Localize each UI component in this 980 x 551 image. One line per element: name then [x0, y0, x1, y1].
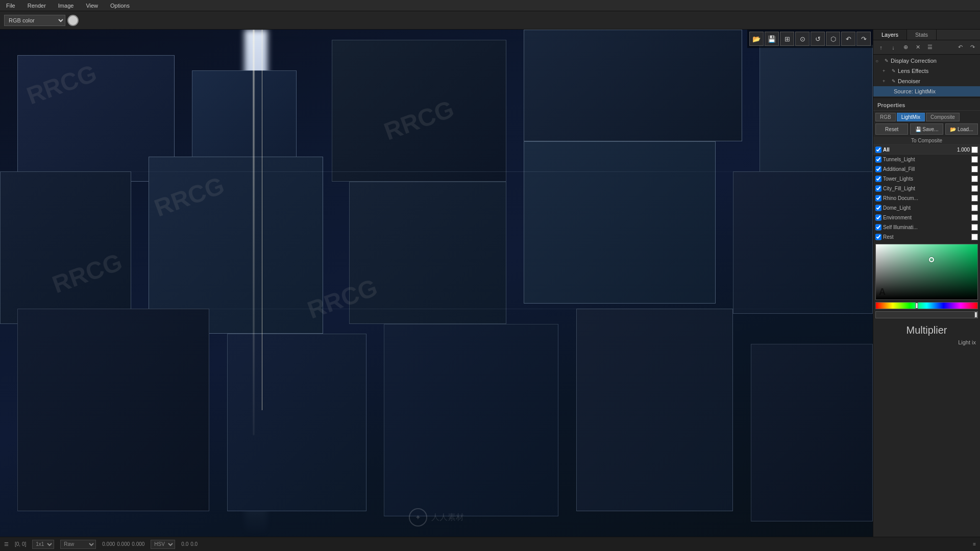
tab-stats[interactable]: Stats	[907, 30, 937, 40]
panel-tool-delete[interactable]: ✕	[912, 42, 923, 53]
all-swatch[interactable]	[971, 146, 978, 153]
rhino-swatch[interactable]	[971, 195, 978, 202]
menu-render[interactable]: Render	[26, 2, 48, 10]
city-fill-swatch[interactable]	[971, 185, 978, 192]
menu-bar: File Render Image View Options	[0, 0, 980, 11]
color-mode-select[interactable]: RGB color Luminance False Color	[4, 15, 65, 26]
to-composite-label: To Composite	[911, 138, 942, 143]
status-bar: ☰ [0, 0] 1x1 2x2 4x4 Raw Corrected 0.000…	[0, 537, 980, 551]
panel-tool-move-up[interactable]: ↑	[875, 42, 887, 53]
multiplier-label: Multiplier	[873, 320, 980, 338]
light-item-additional[interactable]: Additional_Fill	[873, 164, 980, 174]
env-swatch[interactable]	[971, 214, 978, 221]
vp-camera-icon[interactable]: ⊙	[795, 32, 810, 46]
self-illum-checkbox[interactable]	[875, 224, 881, 231]
rest-swatch[interactable]	[971, 234, 978, 240]
self-illum-swatch[interactable]	[971, 224, 978, 231]
prop-tab-composite[interactable]: Composite	[926, 113, 960, 121]
status-scale: 1x1 2x2 4x4	[32, 540, 54, 549]
additional-checkbox[interactable]	[875, 166, 881, 172]
tower-swatch[interactable]	[971, 176, 978, 182]
menu-view[interactable]: View	[84, 2, 100, 10]
alpha-slider[interactable]	[875, 311, 978, 318]
properties-section: Properties RGB LightMix Composite Reset …	[873, 98, 980, 537]
alpha-thumb	[975, 312, 977, 318]
rest-checkbox[interactable]	[875, 234, 881, 240]
reset-button[interactable]: Reset	[875, 123, 908, 135]
status-mode: Raw Corrected	[60, 540, 96, 549]
vp-layers-icon[interactable]: ⊞	[780, 32, 794, 46]
light-item-dome[interactable]: Dome_Light	[873, 203, 980, 213]
menu-image[interactable]: Image	[56, 2, 76, 10]
prop-actions: Reset 💾 Save... 📂 Load...	[873, 121, 980, 137]
scale-select[interactable]: 1x1 2x2 4x4	[32, 540, 54, 549]
rhino-checkbox[interactable]	[875, 195, 881, 202]
layer-denoiser[interactable]: + ✎ Denoiser	[873, 76, 980, 86]
vp-rotate-icon[interactable]: ↺	[811, 32, 825, 46]
vp-save-icon[interactable]: 💾	[765, 32, 779, 46]
light-item-city-fill[interactable]: City_Fill_Light	[873, 184, 980, 193]
all-checkbox[interactable]	[875, 146, 881, 153]
rhino-label: Rhino Docum...	[883, 195, 970, 201]
light-item-environment[interactable]: Environment	[873, 213, 980, 222]
env-label: Environment	[883, 215, 970, 220]
center-watermark: ✦ 人人素材	[409, 508, 464, 527]
light-item-tunnels[interactable]: Tunnels_Light	[873, 155, 980, 164]
hue-slider[interactable]	[875, 302, 978, 309]
vp-redo-icon[interactable]: ↷	[856, 32, 871, 46]
coords-label: [0, 0]	[15, 541, 26, 547]
layer-label-1: Lens Effects	[898, 68, 978, 74]
panel-tool-undo[interactable]: ↶	[954, 42, 966, 53]
tunnels-checkbox[interactable]	[875, 156, 881, 163]
panel-tabs: Layers Stats	[873, 30, 980, 40]
prop-tabs: RGB LightMix Composite	[873, 111, 980, 121]
mode-select[interactable]: Raw Corrected	[60, 540, 96, 549]
swatch-btn[interactable]	[67, 15, 79, 26]
panel-tool-menu[interactable]: ☰	[924, 42, 936, 53]
vp-open-icon[interactable]: 📂	[749, 32, 764, 46]
menu-options[interactable]: Options	[108, 2, 132, 10]
save-button[interactable]: 💾 Save...	[910, 123, 943, 135]
light-item-tower[interactable]: Tower_Lights	[873, 174, 980, 184]
tunnels-swatch[interactable]	[971, 156, 978, 163]
panel-tool-move-down[interactable]: ↓	[888, 42, 899, 53]
viewport[interactable]: RRCG RRCG RRCG RRCG RRCG 📂 💾 ⊞ ⊙ ↺ ⬡ ↶ ↷	[0, 30, 873, 537]
menu-file[interactable]: File	[4, 2, 17, 10]
tab-layers[interactable]: Layers	[873, 30, 907, 40]
dome-checkbox[interactable]	[875, 205, 881, 211]
panel-toolbar: ↑ ↓ ⊕ ✕ ☰ ↶ ↷	[873, 40, 980, 55]
prop-tab-lightmix[interactable]: LightMix	[897, 113, 925, 121]
layer-eye-0[interactable]: ○	[875, 58, 883, 64]
viewport-toolbar: 📂 💾 ⊞ ⊙ ↺ ⬡ ↶ ↷	[747, 30, 873, 48]
all-light-row[interactable]: All 1.000	[873, 145, 980, 155]
layer-lightmix[interactable]: Source: LightMix	[873, 86, 980, 96]
tower-checkbox[interactable]	[875, 176, 881, 182]
additional-swatch[interactable]	[971, 166, 978, 172]
prop-tab-rgb[interactable]: RGB	[875, 113, 896, 121]
vp-composite-icon[interactable]: ⬡	[826, 32, 840, 46]
color-channel-label: A	[879, 287, 886, 297]
vp-undo-icon[interactable]: ↶	[841, 32, 855, 46]
rest-label: Rest	[883, 234, 970, 240]
light-item-self-illum[interactable]: Self Illuminati...	[873, 222, 980, 232]
status-colorspace: HSV RGB Lab	[151, 540, 175, 549]
dome-swatch[interactable]	[971, 205, 978, 211]
status-right-icon[interactable]: ≡	[973, 541, 976, 547]
layer-lens-effects[interactable]: + ✎ Lens Effects	[873, 66, 980, 76]
city-fill-checkbox[interactable]	[875, 185, 881, 192]
value-g: 0.000	[117, 541, 130, 547]
load-button[interactable]: 📂 Load...	[945, 123, 978, 135]
panel-tool-redo[interactable]: ↷	[967, 42, 978, 53]
panel-tool-copy[interactable]: ⊕	[900, 42, 911, 53]
env-checkbox[interactable]	[875, 214, 881, 221]
status-menu-icon[interactable]: ☰	[4, 541, 9, 547]
color-gradient[interactable]: A	[875, 244, 978, 300]
light-item-rest[interactable]: Rest	[873, 232, 980, 242]
layer-display-correction[interactable]: ○ ✎ Display Correction	[873, 56, 980, 66]
status-icon: ☰	[4, 541, 9, 547]
to-composite-bar: To Composite	[873, 137, 980, 145]
light-items-list: Tunnels_Light Additional_Fill Tower_Ligh…	[873, 155, 980, 242]
light-item-rhino[interactable]: Rhino Docum...	[873, 193, 980, 203]
extra-1: 0.0	[181, 541, 188, 547]
colorspace-select[interactable]: HSV RGB Lab	[151, 540, 175, 549]
